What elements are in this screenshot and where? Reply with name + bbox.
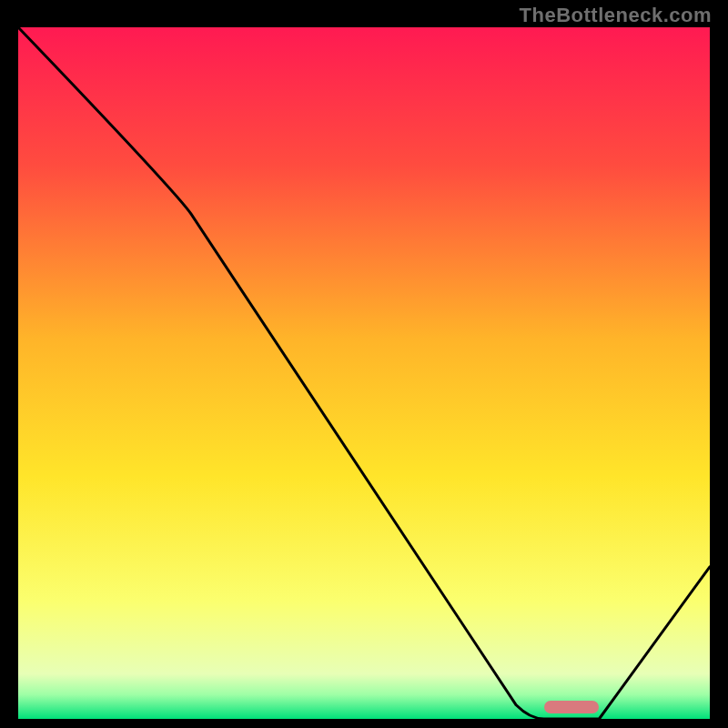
chart-frame: TheBottleneck.com: [0, 0, 728, 728]
plot-area: [18, 27, 710, 710]
watermark-text: TheBottleneck.com: [520, 4, 712, 27]
optimal-range-marker: [544, 701, 600, 713]
optimal-range-marker-layer: [18, 27, 710, 710]
